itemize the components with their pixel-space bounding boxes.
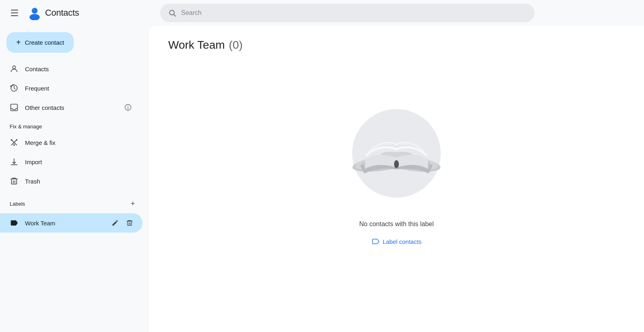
svg-point-10 xyxy=(128,106,128,107)
label-contacts-button[interactable]: Label contacts xyxy=(372,237,422,245)
create-contact-button[interactable]: + Create contact xyxy=(6,32,74,53)
app-logo: Contacts xyxy=(27,6,79,20)
person-icon xyxy=(10,64,19,73)
sidebar: + Create contact Contacts xyxy=(0,26,149,332)
sidebar-item-frequent[interactable]: Frequent xyxy=(0,78,142,98)
label-tag-icon xyxy=(10,219,19,227)
main-content: Work Team (0) xyxy=(149,26,644,332)
history-icon xyxy=(10,84,19,93)
add-label-button[interactable]: + xyxy=(126,197,139,210)
app-avatar-icon xyxy=(27,6,42,20)
svg-point-2 xyxy=(32,8,35,11)
topbar: Contacts xyxy=(0,0,644,26)
svg-point-1 xyxy=(29,14,39,20)
merge-fix-label: Merge & fix xyxy=(25,139,56,146)
app-name: Contacts xyxy=(45,8,79,18)
contact-count: (0) xyxy=(229,39,243,52)
topbar-left: Contacts xyxy=(6,5,155,21)
svg-line-4 xyxy=(174,14,176,16)
search-bar xyxy=(160,4,535,22)
svg-point-13 xyxy=(11,139,12,141)
svg-point-15 xyxy=(13,144,15,146)
label-contacts-label: Label contacts xyxy=(383,238,422,245)
import-label: Import xyxy=(25,159,42,165)
svg-point-27 xyxy=(394,160,399,168)
inbox-icon xyxy=(10,103,19,112)
merge-icon xyxy=(10,138,19,147)
labels-title: Labels xyxy=(10,201,126,207)
svg-point-5 xyxy=(12,66,15,69)
trash-icon xyxy=(10,177,19,186)
main-layout: + Create contact Contacts xyxy=(0,26,644,332)
work-team-label: Work Team xyxy=(25,220,55,227)
info-icon[interactable] xyxy=(123,103,133,112)
svg-rect-16 xyxy=(12,179,17,184)
plus-icon: + xyxy=(16,38,21,47)
page-title: Work Team xyxy=(168,39,225,52)
sidebar-item-trash[interactable]: Trash xyxy=(0,171,142,191)
edit-label-button[interactable] xyxy=(109,217,122,229)
labels-section-header: Labels + xyxy=(0,191,149,213)
empty-illustration xyxy=(340,95,453,208)
create-contact-label: Create contact xyxy=(25,39,64,46)
svg-rect-19 xyxy=(128,221,132,226)
search-input[interactable] xyxy=(181,9,526,16)
fix-manage-header: Fix & manage xyxy=(0,117,149,133)
label-actions xyxy=(109,217,136,229)
trash-label: Trash xyxy=(25,178,40,185)
empty-state: No contacts with this label Label contac… xyxy=(168,71,625,270)
svg-point-14 xyxy=(16,139,18,141)
other-contacts-label: Other contacts xyxy=(25,104,64,111)
sidebar-item-contacts[interactable]: Contacts xyxy=(0,59,142,78)
sidebar-item-import[interactable]: Import xyxy=(0,152,142,171)
label-icon xyxy=(372,237,380,245)
menu-icon[interactable] xyxy=(6,5,23,21)
empty-message: No contacts with this label xyxy=(359,221,434,228)
import-icon xyxy=(10,157,19,166)
sidebar-item-other-contacts[interactable]: Other contacts xyxy=(0,98,142,117)
frequent-label: Frequent xyxy=(25,85,49,92)
sidebar-item-work-team[interactable]: Work Team xyxy=(0,213,142,233)
sidebar-item-merge-fix[interactable]: Merge & fix xyxy=(0,133,142,152)
delete-label-button[interactable] xyxy=(123,217,136,229)
search-icon xyxy=(168,9,176,17)
contacts-label: Contacts xyxy=(25,66,49,72)
page-title-area: Work Team (0) xyxy=(168,39,625,52)
